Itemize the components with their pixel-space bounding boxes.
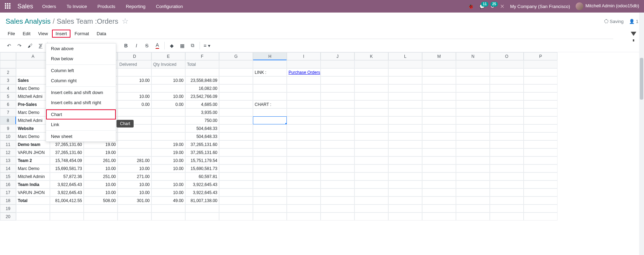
cell-E19[interactable] xyxy=(151,204,185,212)
cell-G4[interactable] xyxy=(219,84,253,92)
cell-G15[interactable] xyxy=(219,172,253,180)
cell-N16[interactable] xyxy=(456,180,490,188)
cell-O6[interactable] xyxy=(490,100,524,108)
cell-J14[interactable] xyxy=(321,164,354,172)
cell-M7[interactable] xyxy=(422,108,456,116)
cell-M12[interactable] xyxy=(422,148,456,156)
cell-P2[interactable] xyxy=(524,68,557,76)
cell-A15[interactable]: Mitchell Admin xyxy=(16,172,50,180)
cell-L2[interactable] xyxy=(388,68,422,76)
cell-D18[interactable]: 301.00 xyxy=(118,196,151,204)
cell-A6[interactable]: Pre-Sales xyxy=(16,100,50,108)
cell-L20[interactable] xyxy=(388,212,422,221)
cell-L10[interactable] xyxy=(388,132,422,140)
cell-H2[interactable]: LINK : xyxy=(253,68,287,76)
cell-K11[interactable] xyxy=(354,140,388,148)
cell-P9[interactable] xyxy=(524,124,557,132)
cell-L15[interactable] xyxy=(388,172,422,180)
cell-P8[interactable] xyxy=(524,116,557,124)
cell-O5[interactable] xyxy=(490,92,524,100)
cell-I11[interactable] xyxy=(287,140,321,148)
user-menu[interactable]: Mitchell Admin (odoo15db) xyxy=(576,2,639,10)
header-cell-J[interactable] xyxy=(321,60,354,68)
cell-E9[interactable] xyxy=(151,124,185,132)
cell-L14[interactable] xyxy=(388,164,422,172)
cell-L5[interactable] xyxy=(388,92,422,100)
menu-file[interactable]: File xyxy=(4,30,18,38)
cell-I6[interactable] xyxy=(287,100,321,108)
cell-D17[interactable]: 10.00 xyxy=(118,188,151,196)
cell-H20[interactable] xyxy=(253,212,287,221)
cell-D20[interactable] xyxy=(118,212,151,221)
cell-A9[interactable]: Website xyxy=(16,124,50,132)
cell-B15[interactable]: 57,872.36 xyxy=(50,172,84,180)
cell-P13[interactable] xyxy=(524,156,557,164)
cell-H16[interactable] xyxy=(253,180,287,188)
cell-N2[interactable] xyxy=(456,68,490,76)
cell-A12[interactable]: VARUN JHON xyxy=(16,148,50,156)
cell-N11[interactable] xyxy=(456,140,490,148)
row-header-2[interactable]: 2 xyxy=(0,68,16,76)
cell-B20[interactable] xyxy=(50,212,84,221)
header-cell-K[interactable] xyxy=(354,60,388,68)
cell-A19[interactable] xyxy=(16,204,50,212)
app-brand[interactable]: Sales xyxy=(17,3,33,10)
cell-H15[interactable] xyxy=(253,172,287,180)
cell-P4[interactable] xyxy=(524,84,557,92)
cell-N20[interactable] xyxy=(456,212,490,221)
cell-I8[interactable] xyxy=(287,116,321,124)
bold-icon[interactable]: B xyxy=(121,41,131,51)
cell-K2[interactable] xyxy=(354,68,388,76)
cell-A20[interactable] xyxy=(16,212,50,221)
redo-icon[interactable]: ↷ xyxy=(15,41,24,51)
cell-D5[interactable]: 10.00 xyxy=(118,92,151,100)
cell-K18[interactable] xyxy=(354,196,388,204)
insert-new-sheet[interactable]: New sheet xyxy=(46,131,116,141)
cell-M2[interactable] xyxy=(422,68,456,76)
col-header-J[interactable]: J xyxy=(321,52,354,60)
cell-O18[interactable] xyxy=(490,196,524,204)
cell-M10[interactable] xyxy=(422,132,456,140)
cell-E8[interactable] xyxy=(151,116,185,124)
cell-D10[interactable] xyxy=(118,132,151,140)
cell-A2[interactable] xyxy=(16,68,50,76)
cell-G10[interactable] xyxy=(219,132,253,140)
cell-K3[interactable] xyxy=(354,76,388,84)
cell-A16[interactable]: Team India xyxy=(16,180,50,188)
cell-B12[interactable]: 37,265,131.60 xyxy=(50,148,84,156)
cell-G6[interactable] xyxy=(219,100,253,108)
col-header-H[interactable]: H xyxy=(253,52,287,60)
cell-I17[interactable] xyxy=(287,188,321,196)
cell-J11[interactable] xyxy=(321,140,354,148)
cell-E5[interactable]: 10.00 xyxy=(151,92,185,100)
close-icon[interactable]: ✕ xyxy=(500,3,504,10)
cell-M6[interactable] xyxy=(422,100,456,108)
cell-J9[interactable] xyxy=(321,124,354,132)
cell-H14[interactable] xyxy=(253,164,287,172)
col-header-G[interactable]: G xyxy=(219,52,253,60)
cell-A13[interactable]: Team 2 xyxy=(16,156,50,164)
menu-format[interactable]: Format xyxy=(71,30,92,38)
cell-D14[interactable]: 10.00 xyxy=(118,164,151,172)
cell-N3[interactable] xyxy=(456,76,490,84)
cell-E6[interactable]: 0.00 xyxy=(151,100,185,108)
cell-E3[interactable]: 10.00 xyxy=(151,76,185,84)
cell-D7[interactable] xyxy=(118,108,151,116)
cell-I15[interactable] xyxy=(287,172,321,180)
col-header-F[interactable]: F xyxy=(185,52,219,60)
cell-I19[interactable] xyxy=(287,204,321,212)
insert-link[interactable]: Link xyxy=(46,119,116,130)
cell-A5[interactable]: Mitchell Admi xyxy=(16,92,50,100)
insert-column-left[interactable]: Column left xyxy=(46,65,116,76)
cell-L17[interactable] xyxy=(388,188,422,196)
col-header-N[interactable]: N xyxy=(456,52,490,60)
row-header-12[interactable]: 12 xyxy=(0,148,16,156)
cell-O19[interactable] xyxy=(490,204,524,212)
cell-H7[interactable] xyxy=(253,108,287,116)
menu-view[interactable]: View xyxy=(35,30,51,38)
cell-H9[interactable] xyxy=(253,124,287,132)
row-header-20[interactable]: 20 xyxy=(0,212,16,221)
cell-F19[interactable] xyxy=(185,204,219,212)
cell-A8[interactable]: Mitchell Admi xyxy=(16,116,50,124)
cell-H13[interactable] xyxy=(253,156,287,164)
